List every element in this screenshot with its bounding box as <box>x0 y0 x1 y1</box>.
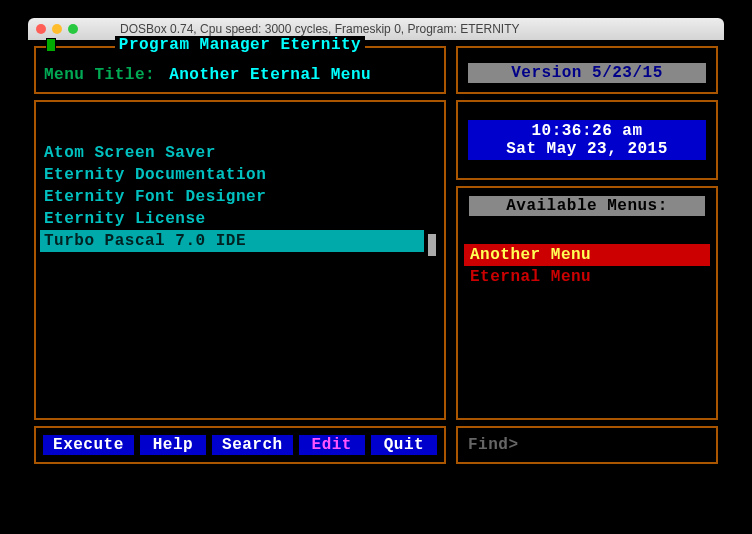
zoom-traffic-light[interactable] <box>68 24 78 34</box>
find-panel: Find> <box>456 426 718 464</box>
quit-button[interactable]: Quit <box>371 435 437 455</box>
list-item-selected[interactable]: Turbo Pascal 7.0 IDE <box>40 230 424 252</box>
available-menus-panel: Available Menus: Another Menu Eternal Me… <box>456 186 718 420</box>
header-panel: Program Manager Eternity Menu Title: Ano… <box>34 46 446 94</box>
dos-screen: Program Manager Eternity Menu Title: Ano… <box>28 40 724 470</box>
clock-panel: 10:36:26 am Sat May 23, 2015 <box>456 100 718 180</box>
list-item[interactable]: Eternity Font Designer <box>40 186 440 208</box>
panel-title-main: Program Manager Eternity <box>115 36 365 54</box>
available-menus-header: Available Menus: <box>469 196 705 216</box>
menu-title-label: Menu Title: <box>44 66 155 84</box>
edit-button[interactable]: Edit <box>299 435 365 455</box>
scrollbar-thumb[interactable] <box>428 234 436 256</box>
version-text: Version 5/23/15 <box>468 63 705 83</box>
available-menu-item-selected[interactable]: Another Menu <box>464 244 710 266</box>
window-title: DOSBox 0.74, Cpu speed: 3000 cycles, Fra… <box>120 22 520 36</box>
list-item[interactable]: Eternity Documentation <box>40 164 440 186</box>
program-list: Atom Screen Saver Eternity Documentation… <box>40 116 440 412</box>
search-button[interactable]: Search <box>212 435 293 455</box>
available-menu-item[interactable]: Eternal Menu <box>464 266 710 288</box>
clock-box: 10:36:26 am Sat May 23, 2015 <box>468 120 705 160</box>
version-panel: Version 5/23/15 <box>456 46 718 94</box>
find-prompt[interactable]: Find> <box>468 436 519 454</box>
menu-title-value: Another Eternal Menu <box>169 66 371 84</box>
help-button[interactable]: Help <box>140 435 206 455</box>
close-traffic-light[interactable] <box>36 24 46 34</box>
execute-button[interactable]: Execute <box>43 435 134 455</box>
list-item[interactable]: Eternity License <box>40 208 440 230</box>
program-list-panel: Atom Screen Saver Eternity Documentation… <box>34 100 446 420</box>
list-item[interactable]: Atom Screen Saver <box>40 142 440 164</box>
available-menus-list: Another Menu Eternal Menu <box>464 244 710 288</box>
minimize-traffic-light[interactable] <box>52 24 62 34</box>
clock-time: 10:36:26 am <box>468 122 705 140</box>
button-bar: Execute Help Search Edit Quit <box>34 426 446 464</box>
clock-date: Sat May 23, 2015 <box>468 140 705 158</box>
